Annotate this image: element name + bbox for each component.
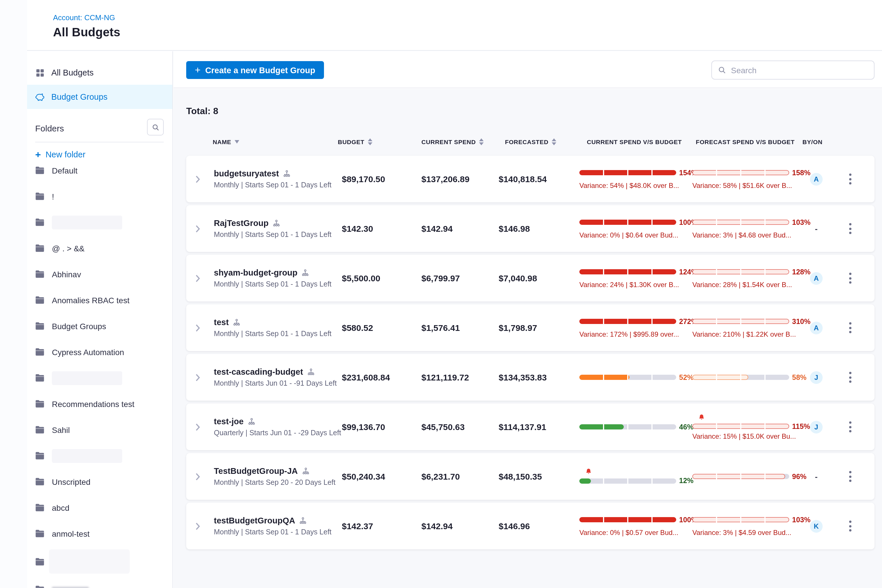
row-menu-button[interactable] — [844, 205, 856, 252]
folder-name-skeleton — [52, 215, 122, 229]
chevron-right-icon — [195, 225, 200, 232]
row-menu-button[interactable] — [844, 255, 856, 302]
budget-schedule: Monthly | Starts Sep 01 - 1 Days Left — [214, 528, 332, 536]
sidebar-item-budget-groups[interactable]: Budget Groups — [27, 85, 172, 109]
column-header-budget[interactable]: BUDGET — [338, 138, 372, 145]
expand-button[interactable] — [195, 502, 200, 549]
folder-item[interactable]: anmol-test — [27, 520, 172, 546]
folder-item[interactable]: Budget Groups — [27, 313, 172, 339]
expand-button[interactable] — [195, 354, 200, 400]
account-breadcrumb-link[interactable]: Account: CCM-NG — [53, 13, 115, 22]
folder-icon — [35, 557, 45, 566]
forecasted-value: $7,040.98 — [499, 273, 537, 283]
total-count: Total: 8 — [186, 106, 218, 117]
folder-search-button[interactable] — [147, 119, 164, 135]
expand-button[interactable] — [195, 304, 200, 351]
page-header: Account: CCM-NG All Budgets — [27, 0, 882, 51]
create-budget-group-button[interactable]: + Create a new Budget Group — [186, 61, 324, 79]
org-chart-icon — [307, 368, 315, 376]
folder-item[interactable]: @ . > && — [27, 235, 172, 261]
folder-item[interactable]: ! — [27, 183, 172, 209]
bell-icon — [585, 468, 592, 475]
budget-group-name[interactable]: shyam-budget-group — [214, 268, 309, 277]
chevron-right-icon — [195, 472, 200, 480]
folder-item-default[interactable]: Default — [27, 158, 172, 183]
expand-button[interactable] — [195, 156, 200, 202]
table-row[interactable]: test-joe Quarterly | Starts Jun 01 - -29… — [186, 404, 874, 450]
forecasted-value: $146.98 — [499, 224, 530, 234]
grid-icon — [35, 68, 45, 77]
sidebar-item-all-budgets[interactable]: All Budgets — [27, 60, 172, 85]
budget-group-name[interactable]: test — [214, 318, 240, 327]
column-header-name[interactable]: NAME — [213, 138, 239, 145]
forecast-vs-budget-bar — [692, 170, 789, 175]
budget-group-name[interactable]: TestBudgetGroup-JA — [214, 466, 309, 476]
folder-name-blurred — [52, 587, 89, 588]
search-input[interactable] — [731, 65, 868, 75]
folder-item[interactable]: Recommendations test — [27, 391, 172, 417]
folder-item[interactable]: abcd — [27, 495, 172, 520]
folder-name-skeleton — [49, 549, 130, 574]
piggy-bank-icon — [35, 93, 45, 101]
row-menu-button[interactable] — [844, 156, 856, 202]
avatar: J — [810, 371, 823, 384]
folder-item-redacted[interactable] — [27, 443, 172, 469]
row-menu-button[interactable] — [844, 502, 856, 549]
forecasted-value: $134,353.83 — [499, 372, 547, 382]
kebab-menu-icon — [849, 520, 852, 531]
row-menu-button[interactable] — [844, 304, 856, 351]
expand-button[interactable] — [195, 255, 200, 302]
folder-name-skeleton — [52, 371, 122, 385]
budget-group-name[interactable]: budgetsuryatest — [214, 169, 291, 178]
table-row[interactable]: budgetsuryatest Monthly | Starts Sep 01 … — [186, 156, 874, 202]
folder-label: Budget Groups — [52, 321, 106, 331]
folder-icon — [35, 374, 45, 382]
folder-item-redacted[interactable] — [27, 576, 172, 588]
folders-title: Folders — [35, 123, 64, 133]
folder-item[interactable]: Cypress Automation — [27, 339, 172, 365]
forecast-vs-budget-bar — [692, 269, 789, 274]
expand-button[interactable] — [195, 404, 200, 450]
current-spend-value: $142.94 — [422, 224, 453, 234]
row-menu-button[interactable] — [844, 404, 856, 450]
folder-item[interactable]: Anomalies RBAC test — [27, 287, 172, 313]
table-row[interactable]: RajTestGroup Monthly | Starts Sep 01 - 1… — [186, 205, 874, 252]
budget-group-name[interactable]: RajTestGroup — [214, 219, 280, 228]
expand-button[interactable] — [195, 453, 200, 500]
table-row[interactable]: TestBudgetGroup-JA Monthly | Starts Sep … — [186, 453, 874, 500]
row-menu-button[interactable] — [844, 354, 856, 400]
current-variance: Variance: 172% | $995.89 over... — [579, 330, 679, 338]
column-header-current-spend[interactable]: CURRENT SPEND — [422, 138, 484, 145]
forecast-vs-budget-bar — [692, 517, 789, 522]
folder-icon — [35, 529, 45, 538]
sort-desc-icon — [235, 140, 239, 144]
folder-item[interactable]: Unscripted — [27, 469, 172, 495]
current-variance: Variance: 54% | $48.0K over B... — [579, 181, 679, 189]
folder-item-redacted[interactable] — [27, 365, 172, 391]
plus-icon: + — [195, 65, 201, 75]
table-row[interactable]: testBudgetGroupQA Monthly | Starts Sep 0… — [186, 502, 874, 549]
budget-group-name[interactable]: testBudgetGroupQA — [214, 516, 307, 525]
table-row[interactable]: test Monthly | Starts Sep 01 - 1 Days Le… — [186, 304, 874, 351]
row-menu-button[interactable] — [844, 453, 856, 500]
expand-button[interactable] — [195, 205, 200, 252]
current-spend-value: $6,231.70 — [422, 471, 460, 482]
avatar: A — [810, 321, 823, 334]
folder-item-redacted[interactable] — [27, 546, 172, 576]
forecasted-value: $140,818.54 — [499, 174, 547, 184]
column-header-forecasted[interactable]: FORECASTED — [505, 138, 556, 145]
avatar: A — [810, 272, 823, 285]
budget-group-name[interactable]: test-joe — [214, 417, 255, 426]
current-spend-value: $137,206.89 — [422, 174, 470, 184]
table-row[interactable]: shyam-budget-group Monthly | Starts Sep … — [186, 255, 874, 302]
budget-schedule: Monthly | Starts Sep 01 - 1 Days Left — [214, 181, 332, 189]
folder-item-redacted[interactable] — [27, 209, 172, 235]
current-spend-value: $6,799.97 — [422, 273, 460, 283]
table-row[interactable]: test-cascading-budget Monthly | Starts J… — [186, 354, 874, 400]
column-header-current-vs-budget: CURRENT SPEND V/S BUDGET — [587, 138, 682, 145]
budget-schedule: Monthly | Starts Jun 01 - -91 Days Left — [214, 380, 337, 387]
folder-item[interactable]: Sahil — [27, 417, 172, 443]
budget-value: $50,240.34 — [342, 471, 385, 482]
folder-item[interactable]: Abhinav — [27, 261, 172, 287]
budget-group-name[interactable]: test-cascading-budget — [214, 367, 315, 376]
